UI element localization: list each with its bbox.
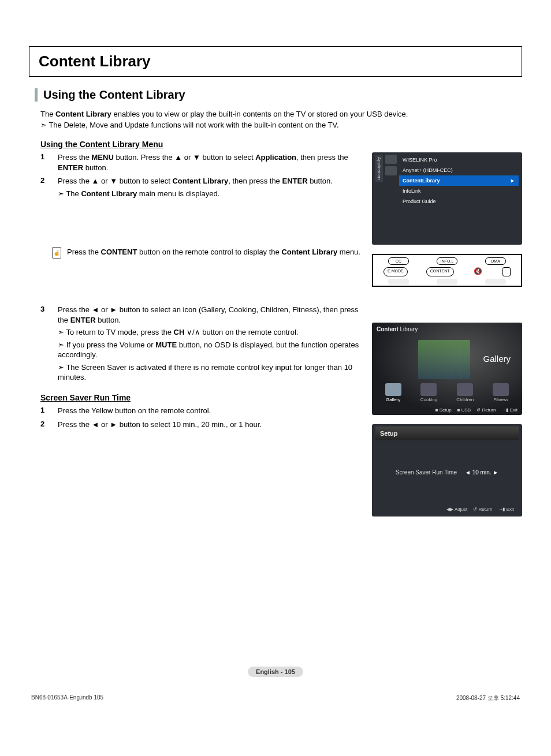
osd2-category-row: GalleryCookingChildrenFitness — [372, 383, 522, 402]
remote-tip: ☝ Press the CONTENT button on the remote… — [52, 247, 362, 259]
osd1-menu-item: WISELINK Pro — [399, 155, 519, 165]
left-arrow-icon: ◄ — [465, 469, 472, 476]
ss-step-1: 1 Press the Yellow button on the remote … — [40, 406, 362, 416]
t: CH — [174, 328, 185, 336]
step-3: 3 Press the ◄ or ► button to select an i… — [40, 305, 362, 383]
step-2: 2 Press the ▲ or ▼ button to select Cont… — [40, 176, 362, 199]
osd-application-menu: Application WISELINK ProAnynet+ (HDMI-CE… — [372, 152, 522, 245]
osd2-title: Content Library — [377, 326, 418, 332]
t: , then press the — [228, 177, 282, 185]
remote-stub — [437, 279, 457, 285]
intro-bold: Content Library — [55, 110, 111, 118]
osd3-option-value: ◄ 10 min. ► — [465, 469, 498, 476]
t: button. — [96, 316, 121, 324]
osd1-menu-item: Product Guide — [399, 196, 519, 207]
t: Content Library — [172, 177, 228, 185]
t: button. Press the ▲ or ▼ button to selec… — [114, 153, 255, 162]
t: Content Library — [281, 248, 337, 256]
section-heading: Using the Content Library — [43, 88, 522, 102]
osd2-bb-usb: USB — [457, 407, 471, 413]
t: 10 min. — [472, 469, 492, 476]
step-number: 2 — [40, 176, 50, 199]
osd1-menu-list: WISELINK ProAnynet+ (HDMI-CEC)ContentLib… — [399, 155, 519, 242]
osd1-icon — [385, 155, 397, 164]
osd2-category: Children — [456, 383, 474, 402]
page-title: Content Library — [39, 53, 512, 70]
intro-suffix: enables you to view or play the built-in… — [111, 110, 408, 118]
osd2-preview-image — [418, 340, 470, 379]
t: Application — [255, 153, 296, 162]
t: Library — [399, 326, 418, 332]
intro-note: The Delete, Move and Update functions wi… — [40, 121, 522, 129]
step-1: 1 Press the MENU button. Press the ▲ or … — [40, 152, 362, 173]
footer-right: 2008-08-27 오후 5:12:44 — [456, 694, 520, 702]
footer-left: BN68-01653A-Eng.indb 105 — [31, 694, 103, 702]
print-footer: BN68-01653A-Eng.indb 105 2008-08-27 오후 5… — [29, 694, 522, 702]
t: If you press the Volume or — [66, 340, 156, 349]
step2-note: The Content Library main menu is display… — [58, 189, 362, 199]
t: main menu is displayed. — [137, 189, 219, 198]
remote-control-snippet: CC INFO.L DMA E.MODE CONTENT 🔇 — [372, 254, 522, 287]
step3-note2: If you press the Volume or MUTE button, … — [58, 340, 362, 360]
remote-btn-cc: CC — [388, 257, 409, 265]
step-number: 3 — [40, 305, 50, 383]
right-arrow-icon: ► — [491, 469, 498, 476]
osd1-sidebar-label: Application — [375, 155, 383, 182]
osd2-bb-return: Return — [476, 407, 496, 413]
t: Content Library — [81, 189, 137, 198]
t: ∨/∧ button on the remote control. — [184, 328, 298, 336]
t: Content — [377, 326, 399, 332]
t: button. — [308, 177, 333, 185]
t: MUTE — [155, 340, 177, 349]
t: To return to TV mode, press the — [66, 328, 173, 336]
remote-btn-info: INFO.L — [437, 257, 458, 265]
osd1-menu-item: InfoLink — [399, 186, 519, 196]
osd2-category: Fitness — [493, 383, 509, 402]
intro-prefix: The — [40, 110, 55, 118]
t: ENTER — [70, 316, 96, 324]
step3-note3: The Screen Saver is activated if there i… — [58, 362, 362, 383]
osd3-bb-exit: Exit — [498, 507, 514, 512]
step-text: Press the Yellow button on the remote co… — [58, 406, 362, 416]
osd3-title: Setup — [375, 426, 519, 440]
t: button. — [83, 163, 108, 172]
osd-setup: Setup Screen Saver Run Time ◄ 10 min. ► … — [372, 424, 522, 517]
remote-side-btn — [502, 267, 511, 276]
osd2-category: Gallery — [385, 383, 401, 402]
t: MENU — [92, 153, 114, 162]
remote-stub — [388, 279, 409, 285]
step-number: 1 — [40, 406, 50, 416]
t: Press the ▲ or ▼ button to select — [58, 177, 172, 185]
t: The — [66, 189, 81, 198]
page-number-row: English - 105 — [29, 667, 522, 677]
t: button on the remote control to display … — [137, 248, 281, 256]
osd1-menu-item: ContentLibrary► — [399, 175, 519, 186]
step3-note1: To return to TV mode, press the CH ∨/∧ b… — [58, 327, 362, 338]
mute-icon: 🔇 — [472, 267, 484, 275]
ss-step-2: 2 Press the ◄ or ► button to select 10 m… — [40, 420, 362, 430]
t: CONTENT — [101, 248, 137, 256]
osd2-bb-setup: Setup — [435, 407, 452, 413]
step-text: Press the MENU button. Press the ▲ or ▼ … — [58, 152, 362, 173]
remote-stub — [485, 279, 506, 285]
step-number: 2 — [40, 420, 50, 430]
osd1-menu-item: Anynet+ (HDMI-CEC) — [399, 165, 519, 175]
t: Press the — [58, 153, 92, 162]
osd3-bottom-bar: Adjust Return Exit — [375, 504, 519, 514]
remote-btn-content: CONTENT — [426, 267, 454, 276]
page-title-box: Content Library — [29, 46, 522, 77]
step-text: Press the ▲ or ▼ button to select Conten… — [58, 176, 362, 199]
osd2-selected-label: Gallery — [483, 354, 511, 364]
t: , then press the — [296, 153, 348, 162]
t: ENTER — [282, 177, 307, 185]
osd1-icon — [385, 166, 397, 175]
osd-content-library: Content Library Gallery GalleryCookingCh… — [372, 323, 522, 415]
osd3-bb-return: Return — [473, 507, 492, 512]
remote-icon: ☝ — [52, 247, 61, 259]
t: Press the — [67, 248, 101, 256]
t: ENTER — [58, 163, 83, 172]
subhead-screensaver: Screen Saver Run Time — [40, 393, 362, 402]
osd2-category: Cooking — [420, 383, 437, 402]
osd3-bb-adjust: Adjust — [446, 507, 467, 512]
t: menu. — [337, 248, 360, 256]
